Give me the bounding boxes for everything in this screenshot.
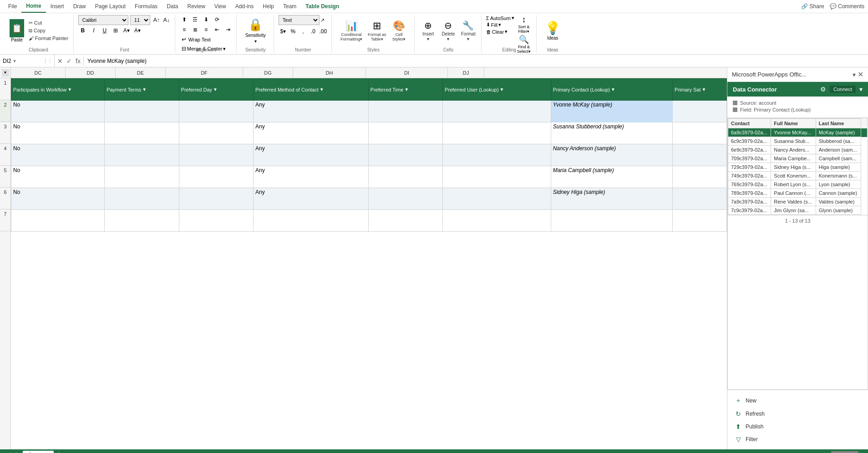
underline-button[interactable]: U [100,26,109,35]
header-cell-df[interactable]: Preferred Method of Contact ▼ [253,79,368,101]
dc-chevron-icon[interactable]: ▾ [859,86,863,93]
tab-help[interactable]: Help [258,0,279,12]
account-sheet-tab[interactable]: Account [23,451,54,453]
panel-close-button[interactable]: ✕ [858,70,863,79]
tab-table-design[interactable]: Table Design [301,0,344,12]
font-size-select[interactable]: 11 [130,15,150,25]
header-cell-dd[interactable]: Payment Terms ▼ [105,79,179,101]
tab-insert[interactable]: Insert [46,0,69,12]
increase-decimal-button[interactable]: .0 [309,27,318,36]
fullname-cell[interactable]: Maria Campbe... [771,154,816,163]
header-cell-de[interactable]: Preferred Day ▼ [179,79,253,101]
contact-cell[interactable]: 789c3979-02a... [728,189,771,198]
fill-button[interactable]: ⬇ Fill ▾ [486,22,514,28]
data-table-row[interactable]: 6e9c3979-02a... Nancy Anders... Anderson… [728,146,868,154]
cell-dh-4[interactable] [442,144,551,166]
contact-cell[interactable]: 729c3979-02a... [728,163,771,172]
panel-collapse-button[interactable]: ▾ [853,71,856,78]
cell-di-7[interactable] [551,210,672,232]
border-button[interactable]: ⊞ [111,26,120,35]
confirm-formula-icon[interactable]: ✓ [66,56,73,66]
cell-dg-5[interactable] [368,166,442,188]
align-left-button[interactable]: ≡ [180,25,189,34]
col-header-dd[interactable]: DD [66,67,116,78]
data-table-row[interactable]: 749c3979-02a... Scott Konersm... Konersm… [728,172,868,180]
cell-dh-5[interactable] [442,166,551,188]
number-format-select[interactable]: Text [279,15,320,25]
publish-action-button[interactable]: ⬆ Publish [733,420,863,433]
lastname-cell[interactable]: Glynn (sample) [816,206,861,215]
data-table-row[interactable]: 6a9c3979-02a... Yvonne McKay... McKay (s… [728,128,868,137]
cell-di-2[interactable]: Yvonne McKay (sample) [551,101,672,122]
cell-di-4[interactable]: Nancy Anderson (sample) [551,144,672,166]
lastname-cell[interactable]: Anderson (sam... [816,146,861,154]
cell-dj-5[interactable] [673,166,727,188]
align-right-button[interactable]: ≡ [202,25,211,34]
contact-cell[interactable]: 6e9c3979-02a... [728,146,771,154]
delete-button[interactable]: ⊖ Delete▾ [439,19,457,42]
cell-dg-2[interactable] [368,101,442,122]
copy-button[interactable]: ⧉ Copy [27,27,70,34]
data-table-row[interactable]: 709c3979-02a... Maria Campbe... Campbell… [728,154,868,163]
lastname-cell[interactable]: McKay (sample) [816,128,861,137]
fullname-cell[interactable]: Sidney Higa (s... [771,163,816,172]
tab-home[interactable]: Home [21,0,46,13]
comma-button[interactable]: , [299,27,308,36]
next-sheet-button[interactable]: ▶ [13,451,23,453]
wrap-text-button[interactable]: ↵ Wrap Text [180,35,213,44]
tab-page-layout[interactable]: Page Layout [91,0,130,12]
lastname-cell[interactable]: Konersmann (s... [816,172,861,180]
increase-font-button[interactable]: A↑ [152,15,161,25]
col-header-dc[interactable]: DC [11,67,66,78]
fullname-cell[interactable]: Nancy Anders... [771,146,816,154]
format-painter-button[interactable]: 🖌 Format Painter [27,35,70,41]
cell-dd-7[interactable] [105,210,179,232]
cell-df-4[interactable]: Any [253,144,368,166]
cell-dj-6[interactable] [673,188,727,210]
cell-dj-3[interactable] [673,122,727,144]
lastname-cell[interactable]: Lyon (sample) [816,180,861,189]
cell-dj-2[interactable] [673,101,727,122]
align-center-button[interactable]: ≣ [191,25,200,34]
tab-team[interactable]: Team [279,0,301,12]
cell-dg-4[interactable] [368,144,442,166]
fullname-cell[interactable]: Susanna Stub... [771,137,816,146]
align-bottom-button[interactable]: ⬇ [202,15,211,24]
cell-di-3[interactable]: Susanna Stubberod (sample) [551,122,672,144]
lastname-cell[interactable]: Valdes (sample) [816,198,861,206]
tab-review[interactable]: Review [183,0,209,12]
data-table-row[interactable]: 729c3979-02a... Sidney Higa (s... Higa (… [728,163,868,172]
cell-de-6[interactable] [179,188,253,210]
tab-draw[interactable]: Draw [69,0,91,12]
cell-dd-5[interactable] [105,166,179,188]
cell-dg-7[interactable] [368,210,442,232]
contact-cell[interactable]: 6a9c3979-02a... [728,128,771,137]
percent-button[interactable]: % [289,27,298,36]
insert-function-icon[interactable]: fx [75,56,81,66]
cell-di-5[interactable]: Maria Campbell (sample) [551,166,672,188]
col-header-df[interactable]: DF [166,67,243,78]
cell-dc-5[interactable]: No [11,166,105,188]
cell-dc-4[interactable]: No [11,144,105,166]
cut-button[interactable]: ✂ Cut [27,20,70,26]
header-cell-dg[interactable]: Preferred Time ▼ [368,79,442,101]
cell-dc-2[interactable]: No [11,101,105,122]
increase-indent-button[interactable]: ⇥ [223,25,233,34]
cell-dg-3[interactable] [368,122,442,144]
bold-button[interactable]: B [78,26,87,35]
data-table-row[interactable]: 6c9c3979-02a... Susanna Stub... Stubbero… [728,137,868,146]
cell-dh-3[interactable] [442,122,551,144]
decrease-indent-button[interactable]: ⇤ [213,25,222,34]
cell-dj-4[interactable] [673,144,727,166]
clear-button[interactable]: 🗑 Clear ▾ [486,29,514,35]
contact-cell[interactable]: 769c3979-02a... [728,180,771,189]
data-table-row[interactable]: 7a9c3979-02a... Rene Valdes (s... Valdes… [728,198,868,206]
comments-button[interactable]: 💬 Comments [830,3,864,10]
cancel-formula-icon[interactable]: ✕ [56,56,64,66]
fullname-cell[interactable]: Scott Konersm... [771,172,816,180]
dc-connect-button[interactable]: Connect [830,86,856,93]
filter-action-button[interactable]: ▽ Filter [733,433,863,446]
cell-de-7[interactable] [179,210,253,232]
cell-dc-6[interactable]: No [11,188,105,210]
contact-cell[interactable]: 749c3979-02a... [728,172,771,180]
